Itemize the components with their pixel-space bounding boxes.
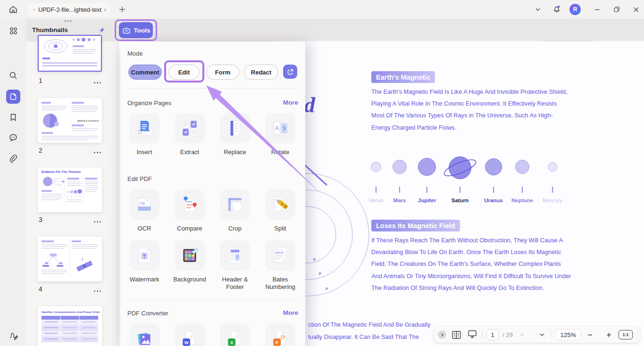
previous-page-button[interactable]	[517, 329, 528, 340]
open-in-new-window-button[interactable]	[283, 65, 297, 79]
compare-icon	[180, 195, 200, 214]
collapse-bar-button[interactable]	[438, 330, 446, 339]
crop-icon	[225, 195, 245, 214]
edit-annotation-box	[164, 60, 204, 82]
watermark-label: Watermark	[122, 276, 167, 283]
background-icon	[180, 246, 200, 265]
window-maximize-button[interactable]	[611, 4, 623, 15]
page-menu-3[interactable]	[92, 218, 102, 225]
page-menu-2[interactable]	[92, 149, 102, 156]
section-body-2: If These Rays Reach The Earth Without Ob…	[371, 234, 571, 294]
page-number-4: 4	[39, 285, 42, 293]
crop-tile[interactable]	[220, 189, 250, 220]
page-thumbnail-3[interactable]: Evidence For The Theories	[38, 167, 102, 212]
panel-drag-handle[interactable]	[65, 20, 72, 22]
thumbnails-panel-icon[interactable]	[6, 90, 20, 104]
actual-size-button[interactable]: 1:1	[619, 330, 633, 339]
page-menu-1[interactable]	[92, 79, 102, 86]
watermark-tile[interactable]	[129, 240, 159, 271]
svg-text:adding a comment: adding a comment	[77, 119, 99, 122]
mode-form-button[interactable]: Form	[206, 65, 239, 80]
planet-jupiter: Jupiter	[418, 157, 436, 203]
page-thumbnail-5[interactable]: Satellite Communications And Power Grids	[38, 306, 102, 346]
notification-bell-icon[interactable]	[551, 3, 562, 15]
comment-cursor-button[interactable]	[466, 329, 478, 341]
titlebar-chevron-down-icon[interactable]	[533, 5, 543, 14]
zoom-level[interactable]: 125%	[556, 329, 581, 340]
next-page-button[interactable]	[536, 329, 548, 340]
mode-section-label: Mode	[127, 50, 143, 57]
app-grid-icon[interactable]	[6, 24, 20, 38]
avatar[interactable]: R	[569, 4, 581, 15]
sign-tool-icon[interactable]	[6, 328, 20, 342]
zoom-in-button[interactable]	[603, 329, 615, 340]
search-icon[interactable]	[6, 68, 20, 82]
organize-more-link[interactable]: More	[283, 99, 298, 106]
edit-pdf-label: Edit PDF	[127, 175, 152, 182]
excel-converter-tile[interactable]: X	[220, 323, 250, 346]
planet-neptune: Neptune	[511, 157, 533, 203]
zoom-out-button[interactable]	[585, 329, 596, 340]
section-body-1: The Earth's Magnetic Field Is Like A Hug…	[371, 86, 571, 133]
extract-tile[interactable]	[175, 113, 205, 143]
section-heading-2: Loses Its Magnetic Field	[371, 220, 460, 231]
section-heading-1: Earth's Magnetic	[371, 71, 435, 83]
svg-text:A: A	[275, 125, 279, 132]
svg-text:X: X	[230, 340, 234, 345]
two-page-view-button[interactable]	[450, 329, 462, 341]
svg-text:Evidence For The Theories: Evidence For The Theories	[42, 170, 81, 173]
compare-tile[interactable]	[175, 189, 205, 220]
bates-numbering-icon: 000123	[270, 246, 290, 265]
page-navigation-bar: / 29 125% 1:1	[434, 327, 640, 343]
external-link-icon	[287, 68, 294, 75]
background-tile[interactable]	[175, 240, 205, 271]
page-total: / 29	[502, 331, 513, 338]
ocr-tile[interactable]: Aa	[129, 189, 159, 220]
converter-more-link[interactable]: More	[283, 309, 298, 316]
tools-button[interactable]: Tools	[119, 22, 153, 38]
bates-label: Bates Numbering	[258, 276, 303, 291]
crop-label: Crop	[212, 225, 258, 232]
word-converter-tile[interactable]: W	[175, 323, 205, 346]
window-close-button[interactable]	[630, 4, 642, 15]
insert-tile[interactable]	[129, 113, 159, 143]
attachments-panel-icon[interactable]	[6, 151, 20, 165]
window-minimize-button[interactable]	[591, 4, 603, 15]
split-tile[interactable]	[265, 189, 295, 220]
page-menu-4[interactable]	[92, 288, 102, 294]
bates-tile[interactable]: 000123	[265, 240, 295, 271]
split-icon	[270, 195, 290, 214]
home-icon[interactable]	[8, 4, 19, 15]
document-tab[interactable]: UPDF-2-file...ighted-text	[28, 3, 110, 16]
tools-icon	[122, 26, 131, 34]
organize-pages-label: Organize Pages	[127, 99, 171, 107]
planet-mercury: Mercury	[543, 157, 562, 203]
mode-comment-button[interactable]: Comment	[128, 65, 162, 80]
image-converter-tile[interactable]	[129, 323, 159, 346]
planet-venus: Venus	[368, 157, 384, 203]
replace-tile[interactable]	[220, 113, 250, 143]
rotate-tile[interactable]: A	[265, 113, 295, 143]
comments-panel-icon[interactable]	[6, 131, 20, 145]
ocr-icon: Aa	[134, 195, 154, 214]
planet-mars: Mars	[393, 157, 407, 203]
new-tab-button[interactable]	[117, 4, 127, 15]
pin-icon[interactable]	[96, 25, 106, 35]
insert-icon	[134, 118, 154, 138]
extract-label: Extract	[167, 148, 212, 156]
extract-icon	[180, 118, 200, 138]
header-footer-tile[interactable]	[220, 240, 250, 271]
powerpoint-converter-tile[interactable]: P	[265, 323, 295, 346]
powerpoint-converter-icon: P	[270, 329, 290, 346]
left-rail	[0, 19, 26, 346]
rotate-label: Rotate	[258, 148, 303, 156]
page-number-input[interactable]	[486, 329, 499, 340]
page-thumbnail-2[interactable]: adding a comment	[38, 98, 102, 143]
pdf-converter-label: PDF Converter	[127, 310, 168, 317]
page-thumbnail-4[interactable]	[38, 237, 102, 281]
svg-text:W: W	[184, 340, 189, 345]
mode-redact-button[interactable]: Redact	[244, 65, 278, 80]
bookmark-icon[interactable]	[6, 110, 20, 124]
page-thumbnail-1[interactable]	[38, 35, 102, 72]
unsaved-dot	[105, 8, 106, 11]
